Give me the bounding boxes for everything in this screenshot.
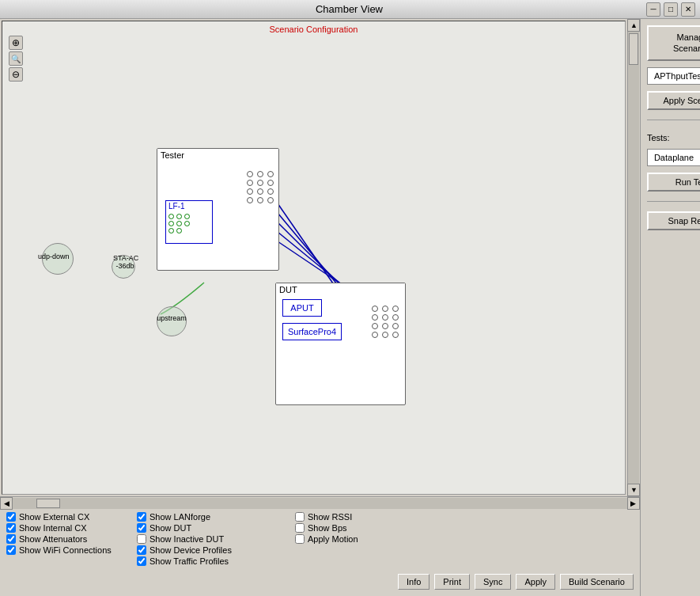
tests-label: Tests: [647,133,700,142]
test-dropdown[interactable]: Dataplane [647,149,700,166]
h-scrollbar[interactable]: ◀ ▶ [0,496,640,509]
bottom-toolbar: Show External CX Show Internal CX Show A… [0,509,640,596]
show-attenuators-label[interactable]: Show Attenuators [6,534,124,544]
snap-report-btn[interactable]: Snap Report [647,211,700,230]
show-wifi-label[interactable]: Show WiFi Connections [6,545,124,555]
bottom-mid-checks: Show LANforge Show DUT Show Inactive DUT… [131,509,289,596]
apply-scenario-btn[interactable]: Apply Scenario [647,91,700,110]
bottom-actions: Info Print Sync Apply Build Scenario [392,509,640,596]
scroll-up-btn[interactable]: ▲ [627,19,640,32]
zoom-out-btn1[interactable]: 🔍 [9,51,23,66]
show-inactive-dut-checkbox[interactable] [137,534,146,544]
bottom-mid2-checks: Show RSSI Show Bps Apply Motion [289,509,392,596]
build-scenario-btn[interactable]: Build Scenario [560,574,634,590]
show-traffic-profiles-checkbox[interactable] [137,556,146,566]
show-traffic-profiles-label[interactable]: Show Traffic Profiles [137,556,282,566]
show-dut-checkbox[interactable] [137,523,146,533]
scroll-left-btn[interactable]: ◀ [0,497,13,510]
zoom-out-btn2[interactable]: ⊖ [9,67,23,82]
sta-ac-node[interactable]: STA-AC-36db [112,255,135,279]
divider-2 [647,201,700,202]
show-wifi-checkbox[interactable] [6,545,16,555]
show-dut-label[interactable]: Show DUT [137,523,282,533]
udp-down-label: udp-down [38,252,70,260]
sta-ac-label: STA-AC-36db [113,255,137,271]
close-btn[interactable]: ✕ [681,2,695,17]
show-attenuators-checkbox[interactable] [6,534,16,544]
scenario-dropdown-row: APThputTest ▼ [647,67,700,85]
show-internal-cx-label[interactable]: Show Internal CX [6,523,124,533]
apply-motion-label[interactable]: Apply Motion [295,534,385,544]
dut-label: DUT [276,283,405,296]
zoom-in-btn[interactable]: ⊕ [9,36,23,50]
maximize-btn[interactable]: □ [664,2,678,17]
udp-down-node[interactable]: udp-down [42,243,74,275]
bottom-left-checks: Show External CX Show Internal CX Show A… [0,509,131,596]
run-test-btn[interactable]: Run Test [647,173,700,192]
print-btn[interactable]: Print [434,574,470,590]
aput-box[interactable]: APUT [282,299,322,317]
scroll-down-btn[interactable]: ▼ [627,484,640,496]
show-bps-checkbox[interactable] [295,523,305,533]
info-btn[interactable]: Info [398,574,429,590]
surface-box[interactable]: SurfacePro4 [282,323,342,340]
upstream-label: upstream [157,314,187,322]
tester-label: Tester [157,149,278,161]
diagram-canvas: Scenario Configuration ⊕ 🔍 ⊖ [2,21,626,495]
scenario-dropdown[interactable]: APThputTest [647,67,700,85]
surface-label: SurfacePro4 [288,327,336,336]
aput-label: APUT [290,303,313,313]
zoom-controls: ⊕ 🔍 ⊖ [9,36,23,82]
show-rssi-checkbox[interactable] [295,512,305,522]
upstream-node[interactable]: upstream [157,306,187,336]
scroll-right-btn[interactable]: ▶ [627,497,640,510]
apply-btn[interactable]: Apply [516,574,555,590]
show-internal-cx-checkbox[interactable] [6,523,16,533]
v-scroll-thumb[interactable] [629,33,638,65]
show-rssi-label[interactable]: Show RSSI [295,512,385,522]
h-scroll-track[interactable] [13,498,627,509]
test-dropdown-row: Dataplane ▼ [647,149,700,166]
show-external-cx-label[interactable]: Show External CX [6,512,124,522]
show-inactive-dut-label[interactable]: Show Inactive DUT [137,534,282,544]
tester-box[interactable]: Tester [157,148,279,271]
lf1-label: LF-1 [166,201,212,211]
v-scroll-track[interactable] [628,32,639,484]
connections-svg [2,21,625,494]
minimize-btn[interactable]: ─ [646,2,660,17]
h-scroll-thumb[interactable] [36,499,60,508]
apply-motion-checkbox[interactable] [295,534,305,544]
show-device-profiles-label[interactable]: Show Device Profiles [137,545,282,555]
show-lanforge-checkbox[interactable] [137,512,146,522]
show-device-profiles-checkbox[interactable] [137,545,146,555]
scenario-label: Scenario Configuration [270,25,358,34]
show-bps-label[interactable]: Show Bps [295,523,385,533]
sync-btn[interactable]: Sync [475,574,511,590]
manage-scenarios-btn[interactable]: Manage Scenarios [647,25,700,61]
divider-1 [647,120,700,120]
show-lanforge-label[interactable]: Show LANforge [137,512,282,522]
window-title: Chamber View [52,3,646,15]
lf1-box[interactable]: LF-1 [165,200,213,244]
title-bar: Chamber View ─ □ ✕ [0,0,700,19]
right-panel: Manage Scenarios APThputTest ▼ Apply Sce… [640,19,700,596]
show-external-cx-checkbox[interactable] [6,512,16,522]
dut-box[interactable]: DUT APUT SurfacePro4 [275,283,406,405]
v-scrollbar[interactable]: ▲ ▼ [627,19,640,496]
